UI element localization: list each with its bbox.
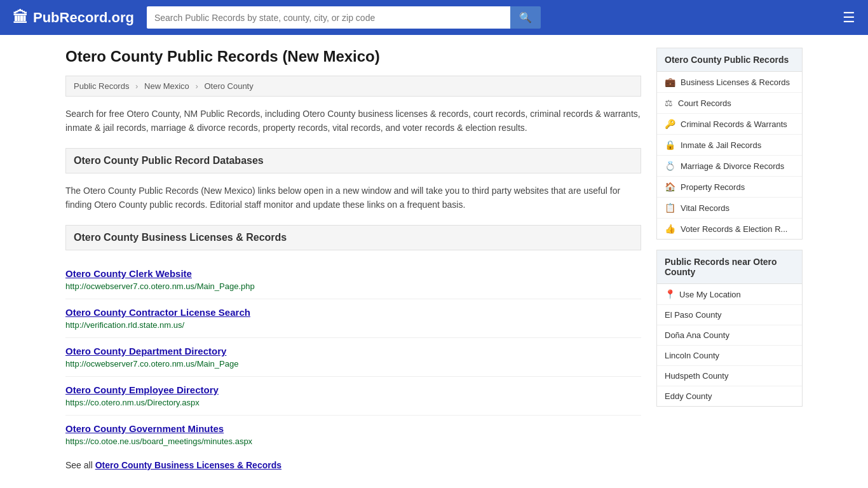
record-link-3[interactable]: Otero County Employee Directory bbox=[65, 384, 641, 395]
search-button[interactable]: 🔍 bbox=[510, 6, 541, 29]
record-url-3: https://co.otero.nm.us/Directory.aspx bbox=[65, 398, 200, 407]
county-link-1: Doña Ana County bbox=[665, 330, 729, 340]
sidebar-public-records-header: Otero County Public Records bbox=[657, 48, 802, 72]
record-link-1[interactable]: Otero County Contractor License Search bbox=[65, 307, 641, 318]
breadcrumb-public-records[interactable]: Public Records bbox=[74, 81, 129, 91]
sidebar-use-location[interactable]: 📍 Use My Location bbox=[657, 284, 802, 305]
sidebar-nearby-box: Public Records near Otero County 📍 Use M… bbox=[656, 250, 803, 407]
thumbs-up-icon: 👍 bbox=[665, 224, 675, 234]
key-icon: 🔑 bbox=[665, 119, 675, 129]
site-header: 🏛 PubRecord.org 🔍 ☰ bbox=[0, 0, 868, 35]
sidebar-item-business[interactable]: 💼 Business Licenses & Records bbox=[657, 72, 802, 93]
sidebar: Otero County Public Records 💼 Business L… bbox=[656, 48, 803, 470]
sidebar-public-records-box: Otero County Public Records 💼 Business L… bbox=[656, 48, 803, 240]
sidebar-item-label: Inmate & Jail Records bbox=[681, 140, 761, 150]
sidebar-item-label: Property Records bbox=[681, 182, 745, 192]
scales-icon: ⚖ bbox=[665, 98, 673, 108]
use-location-label: Use My Location bbox=[679, 290, 741, 299]
sidebar-nearby-county-4[interactable]: Eddy County bbox=[657, 386, 802, 406]
site-logo[interactable]: 🏛 PubRecord.org bbox=[13, 9, 134, 27]
section-header-databases: Otero County Public Record Databases bbox=[65, 148, 641, 173]
sidebar-nearby-header: Public Records near Otero County bbox=[657, 250, 802, 284]
sidebar-item-marriage[interactable]: 💍 Marriage & Divorce Records bbox=[657, 156, 802, 177]
sidebar-item-label: Court Records bbox=[678, 98, 731, 108]
see-all-container: See all Otero County Business Licenses &… bbox=[65, 460, 641, 470]
sidebar-item-court[interactable]: ⚖ Court Records bbox=[657, 93, 802, 114]
sidebar-item-vital[interactable]: 📋 Vital Records bbox=[657, 198, 802, 219]
search-input[interactable] bbox=[147, 6, 510, 29]
section-header-business: Otero County Business Licenses & Records bbox=[65, 225, 641, 250]
sidebar-item-label: Vital Records bbox=[681, 203, 729, 213]
sidebar-item-inmate[interactable]: 🔒 Inmate & Jail Records bbox=[657, 135, 802, 156]
sidebar-item-label: Marriage & Divorce Records bbox=[681, 161, 784, 171]
menu-icon: ☰ bbox=[843, 10, 855, 25]
record-url-1: http://verification.rld.state.nm.us/ bbox=[65, 320, 184, 330]
search-bar: 🔍 bbox=[147, 6, 541, 29]
section-description: The Otero County Public Records (New Mex… bbox=[65, 184, 641, 212]
record-item: Otero County Department Directory http:/… bbox=[65, 338, 641, 377]
record-url-4: https://co.otoe.ne.us/board_meetings/min… bbox=[65, 437, 252, 446]
breadcrumb-otero-county: Otero County bbox=[204, 81, 253, 91]
logo-icon: 🏛 bbox=[13, 9, 28, 27]
page-description: Search for free Otero County, NM Public … bbox=[65, 107, 641, 135]
sidebar-item-label: Business Licenses & Records bbox=[681, 78, 790, 87]
county-link-0: El Paso County bbox=[665, 310, 722, 320]
record-link-0[interactable]: Otero County Clerk Website bbox=[65, 268, 641, 279]
county-link-3: Hudspeth County bbox=[665, 371, 728, 381]
home-icon: 🏠 bbox=[665, 182, 675, 192]
sidebar-item-label: Voter Records & Election R... bbox=[681, 224, 787, 234]
breadcrumb-new-mexico[interactable]: New Mexico bbox=[144, 81, 189, 91]
main-container: Otero County Public Records (New Mexico)… bbox=[53, 35, 815, 483]
content-area: Otero County Public Records (New Mexico)… bbox=[65, 48, 641, 470]
sidebar-item-property[interactable]: 🏠 Property Records bbox=[657, 177, 802, 198]
clipboard-icon: 📋 bbox=[665, 203, 675, 213]
search-icon: 🔍 bbox=[519, 12, 532, 23]
page-title: Otero County Public Records (New Mexico) bbox=[65, 48, 641, 65]
sidebar-item-voter[interactable]: 👍 Voter Records & Election R... bbox=[657, 219, 802, 239]
lock-icon: 🔒 bbox=[665, 140, 675, 150]
sidebar-nearby-county-1[interactable]: Doña Ana County bbox=[657, 325, 802, 346]
breadcrumb: Public Records › New Mexico › Otero Coun… bbox=[65, 76, 641, 97]
record-item: Otero County Government Minutes https://… bbox=[65, 416, 641, 454]
record-link-2[interactable]: Otero County Department Directory bbox=[65, 346, 641, 356]
see-all-link[interactable]: Otero County Business Licenses & Records bbox=[95, 460, 281, 470]
record-item: Otero County Clerk Website http://ocwebs… bbox=[65, 261, 641, 299]
breadcrumb-sep-1: › bbox=[135, 81, 138, 91]
logo-text: PubRecord.org bbox=[33, 10, 134, 26]
county-link-4: Eddy County bbox=[665, 391, 712, 401]
county-link-2: Lincoln County bbox=[665, 351, 719, 360]
record-url-2: http://ocwebserver7.co.otero.nm.us/Main_… bbox=[65, 359, 238, 369]
sidebar-nearby-county-0[interactable]: El Paso County bbox=[657, 305, 802, 325]
sidebar-nearby-list: 📍 Use My Location El Paso County Doña An… bbox=[657, 284, 802, 406]
records-list: Otero County Clerk Website http://ocwebs… bbox=[65, 261, 641, 454]
breadcrumb-sep-2: › bbox=[195, 81, 198, 91]
briefcase-icon: 💼 bbox=[665, 77, 675, 87]
record-link-4[interactable]: Otero County Government Minutes bbox=[65, 423, 641, 434]
menu-button[interactable]: ☰ bbox=[843, 10, 855, 26]
ring-icon: 💍 bbox=[665, 161, 675, 171]
sidebar-nearby-county-2[interactable]: Lincoln County bbox=[657, 346, 802, 366]
location-icon: 📍 bbox=[665, 289, 675, 299]
see-all-text: See all bbox=[65, 460, 93, 470]
record-item: Otero County Contractor License Search h… bbox=[65, 299, 641, 338]
sidebar-item-criminal[interactable]: 🔑 Criminal Records & Warrants bbox=[657, 114, 802, 135]
sidebar-item-label: Criminal Records & Warrants bbox=[681, 119, 787, 129]
sidebar-public-records-list: 💼 Business Licenses & Records ⚖ Court Re… bbox=[657, 72, 802, 239]
record-url-0: http://ocwebserver7.co.otero.nm.us/Main_… bbox=[65, 281, 255, 291]
sidebar-nearby-county-3[interactable]: Hudspeth County bbox=[657, 366, 802, 386]
record-item: Otero County Employee Directory https://… bbox=[65, 377, 641, 416]
